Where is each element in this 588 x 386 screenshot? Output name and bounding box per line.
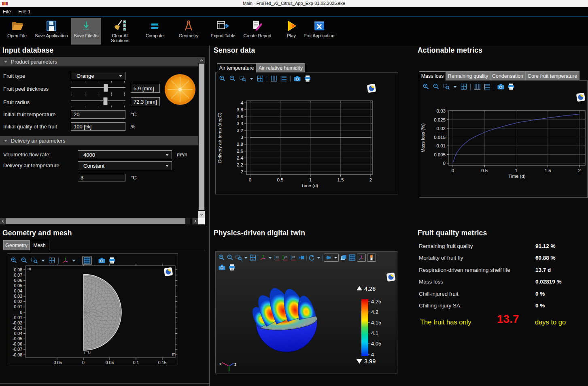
zoom-in-icon[interactable] bbox=[422, 83, 430, 90]
colorbar-toggle-icon[interactable] bbox=[368, 254, 375, 261]
toolbar-button-open-file[interactable]: Open File bbox=[0, 18, 34, 45]
menu-item-file-1[interactable]: File 1 bbox=[18, 9, 31, 15]
y-grid-icon[interactable] bbox=[484, 83, 491, 90]
view-yz-icon[interactable]: yz bbox=[282, 254, 289, 261]
vertical-scrollbar[interactable] bbox=[198, 57, 205, 218]
toolbar-button-compute[interactable]: Compute bbox=[138, 18, 172, 45]
toolbar-button-save-application[interactable]: Save Application bbox=[34, 18, 68, 45]
y-grid-icon[interactable] bbox=[280, 75, 287, 82]
slider-thumb[interactable] bbox=[103, 97, 108, 105]
camera-icon[interactable] bbox=[293, 75, 301, 82]
tab-condensation[interactable]: Condensation bbox=[490, 71, 525, 80]
print-icon[interactable] bbox=[228, 264, 236, 271]
scroll-left-arrow[interactable] bbox=[0, 218, 6, 224]
x-grid-icon[interactable] bbox=[473, 83, 481, 90]
print-icon[interactable] bbox=[304, 75, 311, 82]
delivery-air-temp-input[interactable]: 3 bbox=[78, 174, 125, 181]
zoom-in-icon[interactable] bbox=[219, 75, 226, 82]
extents-icon[interactable] bbox=[249, 254, 257, 261]
default-view-icon[interactable] bbox=[298, 254, 305, 261]
toolbar-button-export-table[interactable]: Export Table bbox=[206, 18, 240, 45]
axes-toggle-icon[interactable] bbox=[358, 254, 365, 261]
scroll-right-arrow[interactable] bbox=[193, 218, 198, 224]
chevron-down-icon[interactable] bbox=[72, 257, 76, 264]
chevron-down-icon[interactable] bbox=[268, 254, 272, 261]
camera-icon[interactable] bbox=[218, 264, 226, 271]
x-grid-icon[interactable] bbox=[270, 75, 277, 82]
zoom-in-icon[interactable] bbox=[11, 257, 18, 264]
scene-light-button[interactable] bbox=[324, 254, 339, 262]
axes-toggle-button[interactable] bbox=[357, 254, 366, 262]
zoom-box-icon[interactable] bbox=[31, 257, 38, 264]
zoom-box-icon[interactable] bbox=[443, 83, 450, 90]
zoom-box-icon[interactable] bbox=[235, 254, 242, 261]
horizontal-scrollbar[interactable] bbox=[0, 218, 205, 224]
section-product-parameters[interactable]: Product parameters bbox=[0, 57, 198, 66]
slider-thumb[interactable] bbox=[104, 84, 108, 92]
fruit-radius-slider[interactable] bbox=[71, 97, 125, 105]
grid-sq-icon[interactable] bbox=[83, 257, 91, 264]
fruit-radius-value[interactable]: 72.3 [mm] bbox=[131, 97, 160, 106]
svg-text:2: 2 bbox=[578, 168, 581, 173]
axis3d-icon[interactable] bbox=[62, 257, 69, 264]
toolbar-button-save-file-as[interactable]: Save File As bbox=[71, 18, 101, 45]
grid-sq-icon[interactable] bbox=[348, 254, 356, 261]
scene-icon[interactable] bbox=[340, 254, 347, 261]
svg-text:0.05: 0.05 bbox=[106, 360, 114, 365]
axis3d-icon[interactable] bbox=[259, 254, 267, 261]
fruit-type-dropdown[interactable]: Orange bbox=[71, 72, 125, 80]
scroll-down-arrow[interactable] bbox=[198, 211, 205, 218]
peel-thickness-value[interactable]: 5.9 [mm] bbox=[131, 84, 160, 93]
toolbar-button-create-report[interactable]: Create Report bbox=[240, 18, 274, 45]
toolbar-button-geometry[interactable]: Geometry bbox=[172, 18, 206, 45]
extents-icon[interactable] bbox=[257, 75, 264, 82]
flow-rate-dropdown[interactable]: 4000 bbox=[78, 150, 172, 159]
zoom-out-icon[interactable] bbox=[229, 75, 236, 82]
speaker-icon[interactable] bbox=[325, 254, 332, 261]
chevron-down-icon[interactable] bbox=[316, 254, 321, 261]
color-legend-toggle-button[interactable] bbox=[367, 254, 376, 262]
extents-icon[interactable] bbox=[48, 257, 55, 264]
section-delivery-air-parameters[interactable]: Delivery air parameters bbox=[0, 136, 198, 145]
toolbar-button-clear-all-solutions[interactable]: Clear All Solutions bbox=[103, 18, 137, 45]
chevron-down-icon[interactable] bbox=[244, 254, 248, 261]
zoom-out-icon[interactable] bbox=[227, 254, 234, 261]
chevron-down-icon[interactable] bbox=[41, 257, 45, 264]
tab-air-relative-humidity[interactable]: Air relative humidity bbox=[256, 63, 305, 72]
scroll-up-arrow[interactable] bbox=[198, 57, 205, 63]
scrollbar-thumb[interactable] bbox=[199, 64, 204, 210]
zoom-out-icon[interactable] bbox=[21, 257, 28, 264]
initial-quality-label: Initial quality of the fruit bbox=[3, 124, 57, 130]
chevron-down-icon[interactable] bbox=[453, 83, 457, 90]
menu-item-file[interactable]: File bbox=[3, 9, 11, 15]
svg-text:0: 0 bbox=[82, 360, 85, 365]
tab-geometry[interactable]: Geometry bbox=[3, 240, 30, 250]
initial-temp-input[interactable]: 20 bbox=[71, 110, 125, 119]
toolbar-button-exit-application[interactable]: Exit Application bbox=[302, 18, 336, 45]
rotate-icon[interactable] bbox=[308, 254, 315, 261]
chevron-down-icon[interactable] bbox=[249, 75, 254, 82]
scrollbar-thumb[interactable] bbox=[6, 218, 185, 224]
zoom-box-icon[interactable] bbox=[239, 75, 246, 82]
caret-sm-icon[interactable] bbox=[334, 254, 338, 261]
initial-quality-input[interactable]: 100 [%] bbox=[71, 122, 125, 131]
delivery-air-temp-dropdown[interactable]: Constant bbox=[78, 161, 172, 170]
print-icon[interactable] bbox=[108, 257, 116, 264]
tab-mesh[interactable]: Mesh bbox=[30, 240, 49, 250]
chevron-down-icon bbox=[166, 165, 169, 167]
tab-core-fruit-temperature[interactable]: Core fruit temperature bbox=[525, 71, 580, 80]
view-xy-icon[interactable]: xy bbox=[274, 254, 280, 261]
zoom-out-icon[interactable] bbox=[433, 83, 440, 90]
tab-air-temperature[interactable]: Air temperature bbox=[217, 63, 256, 73]
extents-icon[interactable] bbox=[460, 83, 467, 90]
slider-ticks bbox=[72, 106, 125, 107]
print-icon[interactable] bbox=[507, 83, 515, 90]
grid-toggle-button[interactable] bbox=[82, 256, 92, 265]
view-xz-icon[interactable]: xz bbox=[290, 254, 297, 261]
camera-icon[interactable] bbox=[497, 83, 505, 90]
camera-icon[interactable] bbox=[98, 257, 106, 264]
zoom-in-icon[interactable] bbox=[218, 254, 225, 261]
tab-remaining-quality[interactable]: Remaining quality bbox=[446, 71, 490, 80]
tab-mass-loss[interactable]: Mass loss bbox=[419, 71, 446, 81]
peel-thickness-slider[interactable] bbox=[71, 83, 125, 92]
